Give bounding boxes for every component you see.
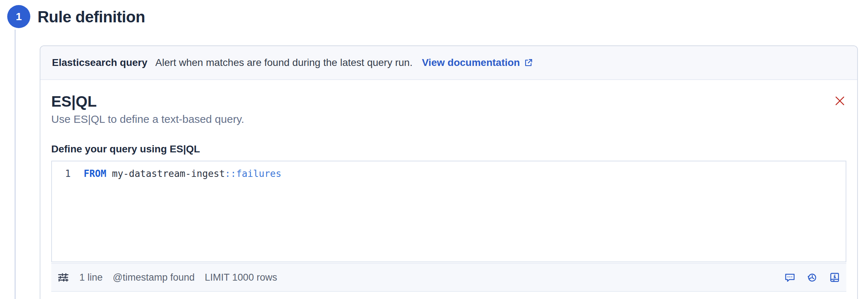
esql-title: ES|QL	[51, 93, 846, 110]
rule-type-header: Elasticsearch query Alert when matches a…	[40, 46, 857, 80]
timestamp-status: @timestamp found	[113, 272, 195, 283]
editor-line: 1 FROM my-datastream-ingest::failures	[52, 161, 846, 181]
documentation-book-icon[interactable]	[828, 271, 841, 284]
query-code[interactable]: FROM my-datastream-ingest::failures	[84, 166, 281, 181]
editor-footer-right	[784, 271, 841, 284]
line-number: 1	[52, 166, 84, 181]
esql-subtitle: Use ES|QL to define a text-based query.	[51, 113, 846, 125]
history-clock-icon[interactable]	[806, 271, 818, 284]
step-number: 1	[16, 10, 22, 23]
rule-type-description: Alert when matches are found during the …	[155, 57, 413, 68]
editor-footer-bar: 1 line @timestamp found LIMIT 1000 rows	[51, 263, 846, 292]
rule-definition-card: Elasticsearch query Alert when matches a…	[40, 45, 858, 299]
view-documentation-label: View documentation	[422, 57, 520, 68]
external-link-icon	[523, 58, 533, 68]
rule-type-name: Elasticsearch query	[52, 57, 148, 68]
view-documentation-link[interactable]: View documentation	[422, 57, 533, 68]
editor-footer-left: 1 line @timestamp found LIMIT 1000 rows	[57, 271, 277, 284]
step-connector-line	[14, 30, 16, 299]
esql-query-editor[interactable]: 1 FROM my-datastream-ingest::failures	[51, 161, 846, 262]
code-keyword: FROM	[84, 168, 106, 179]
step-title: Rule definition	[38, 8, 145, 26]
query-label: Define your query using ES|QL	[51, 143, 846, 155]
comment-icon[interactable]	[784, 271, 796, 284]
code-source: my-datastream-ingest	[106, 168, 225, 179]
step-number-badge: 1	[7, 5, 30, 28]
line-count: 1 line	[79, 272, 103, 283]
sliders-icon[interactable]	[57, 271, 69, 284]
code-cast: ::failures	[225, 168, 281, 179]
limit-info: LIMIT 1000 rows	[205, 272, 277, 283]
close-icon[interactable]	[832, 93, 848, 109]
esql-section: ES|QL Use ES|QL to define a text-based q…	[40, 80, 857, 292]
